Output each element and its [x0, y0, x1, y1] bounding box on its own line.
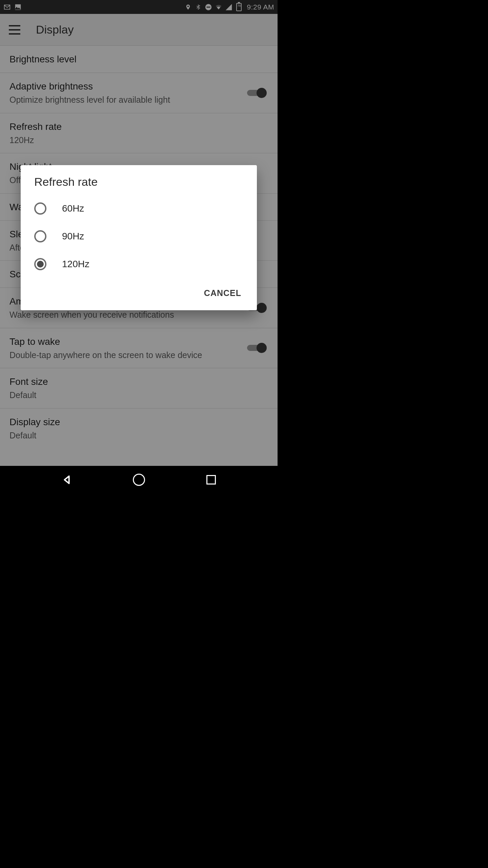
dialog-actions: CANCEL — [21, 280, 257, 310]
cancel-button[interactable]: CANCEL — [199, 285, 246, 301]
option-label: 90Hz — [62, 231, 84, 242]
option-label: 120Hz — [62, 259, 89, 270]
radio-icon — [34, 258, 46, 270]
option-label: 60Hz — [62, 203, 84, 214]
nav-home-button[interactable] — [132, 473, 146, 487]
option-60hz[interactable]: 60Hz — [21, 195, 257, 222]
option-90hz[interactable]: 90Hz — [21, 222, 257, 250]
nav-back-button[interactable] — [60, 473, 74, 487]
dialog-title: Refresh rate — [21, 175, 257, 192]
radio-icon — [34, 230, 46, 242]
radio-icon — [34, 202, 46, 215]
nav-recents-button[interactable] — [204, 473, 218, 487]
screen: 78 9:29 AM Display Brightness level Adap… — [0, 0, 278, 494]
navigation-bar — [0, 466, 278, 494]
dialog-option-list: 60Hz 90Hz 120Hz — [21, 192, 257, 280]
refresh-rate-dialog: Refresh rate 60Hz 90Hz 120Hz CANCEL — [21, 165, 257, 310]
option-120hz[interactable]: 120Hz — [21, 250, 257, 278]
